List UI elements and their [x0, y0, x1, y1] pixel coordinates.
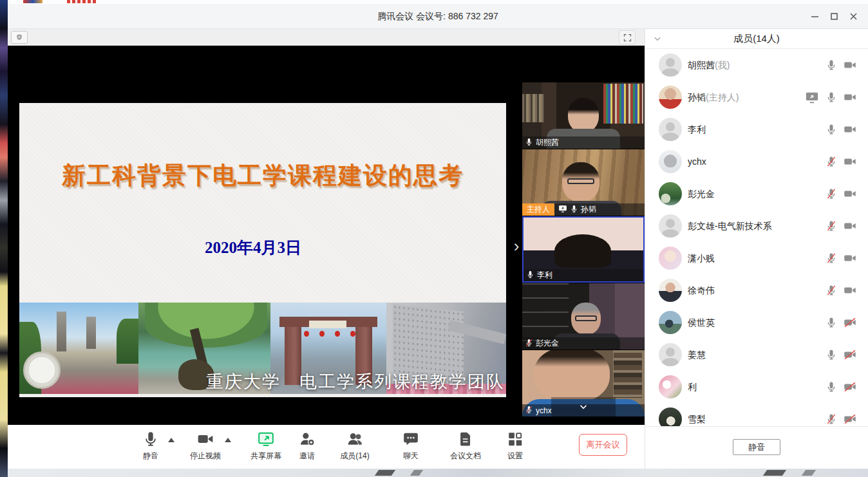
avatar — [659, 86, 682, 109]
camera-on-icon — [844, 155, 856, 168]
camera-off-icon — [844, 413, 856, 426]
mic-muted-icon — [525, 339, 533, 349]
member-name: 李利 — [688, 113, 706, 145]
desktop-icon-fragment — [23, 0, 42, 3]
meeting-title: 腾讯会议 会议号: 886 732 297 — [8, 4, 868, 29]
mute-all-button[interactable]: 静音 — [733, 439, 780, 455]
member-name: 彭文雄-电气新技术系 — [688, 210, 772, 242]
member-row[interactable]: 胡熙茜(我) — [645, 49, 868, 81]
member-row[interactable]: 彭文雄-电气新技术系 — [645, 210, 868, 242]
member-row[interactable]: 雪梨 — [645, 403, 868, 426]
toolbar-button-mute[interactable]: 静音 — [142, 430, 159, 462]
mic-options-caret[interactable] — [168, 438, 175, 442]
avatar — [659, 247, 682, 270]
toolbar-button-chat[interactable]: 聊天 — [402, 430, 419, 462]
video-tile[interactable]: ychx — [522, 350, 645, 416]
camera-off-icon — [844, 348, 856, 361]
avatar — [659, 214, 682, 238]
shield-icon[interactable] — [11, 31, 28, 44]
title-bar[interactable]: 腾讯会议 会议号: 886 732 297 — [8, 4, 868, 29]
avatar — [659, 407, 682, 426]
campus-photo-monument — [19, 303, 138, 394]
toolbar-button-members[interactable]: 成员(14) — [340, 430, 369, 462]
fullscreen-icon[interactable] — [619, 30, 636, 44]
video-panel-collapse-arrow[interactable]: › — [509, 235, 524, 257]
member-status-icons — [826, 371, 856, 403]
toolbar-button-label: 设置 — [507, 451, 523, 462]
video-tile[interactable]: 胡熙茜 — [522, 82, 645, 149]
maximize-button[interactable] — [824, 7, 844, 26]
minimize-button[interactable] — [805, 7, 824, 26]
video-tile[interactable]: 主持人 孙韬 — [522, 149, 645, 216]
glasses — [575, 315, 597, 321]
member-name: 徐奇伟 — [688, 274, 715, 306]
mic-on-icon — [826, 381, 837, 393]
member-row[interactable]: 李利 — [645, 113, 868, 145]
members-footer: 静音 — [645, 426, 868, 469]
collapse-videos-chevron[interactable] — [551, 397, 616, 416]
video-tile-selected[interactable]: 李利 — [522, 216, 645, 283]
stage-toolbar — [8, 29, 645, 46]
participant-name: ychx — [536, 406, 552, 415]
member-status-icons — [826, 242, 856, 274]
camera-options-caret[interactable] — [225, 438, 231, 442]
avatar — [659, 343, 682, 366]
slide-date: 2020年4月3日 — [19, 237, 487, 258]
participant-name: 孙韬 — [581, 204, 596, 215]
video-name-bar: 胡熙茜 — [522, 136, 645, 149]
member-row[interactable]: 姜慧 — [645, 339, 868, 371]
screen-sharing-icon — [805, 90, 819, 104]
mic-muted-icon — [826, 413, 837, 425]
camera-on-icon — [844, 59, 856, 71]
members-header: 成员(14人) — [645, 29, 868, 49]
close-button[interactable] — [844, 7, 863, 26]
member-row[interactable]: ychx — [645, 145, 868, 178]
share-screen-icon — [258, 430, 274, 448]
toolbar-button-invite[interactable]: 邀请 — [299, 430, 316, 462]
mic-muted-icon — [826, 188, 837, 200]
toolbar-button-share-screen[interactable]: 共享屏幕 — [250, 430, 281, 462]
invite-icon — [299, 430, 316, 448]
member-status-icons — [826, 274, 856, 306]
member-row[interactable]: 孙韬(主持人) — [645, 81, 868, 113]
members-list: 胡熙茜(我) 孙韬(主持人) 李利 ychx — [645, 49, 868, 426]
members-count-title: 成员(14人) — [645, 29, 868, 48]
chat-icon — [402, 430, 419, 448]
toolbar-button-docs[interactable]: 会议文档 — [450, 430, 481, 462]
member-name: 孙韬(主持人) — [688, 81, 739, 113]
video-tile[interactable]: 彭光金 — [522, 283, 645, 350]
camera-on-icon — [844, 252, 856, 265]
toolbar-button-label: 邀请 — [299, 451, 315, 462]
toolbar-button-label: 会议文档 — [450, 451, 481, 462]
camera-icon — [197, 430, 214, 448]
member-status-icons — [826, 210, 856, 242]
member-row[interactable]: 侯世英 — [645, 306, 868, 339]
member-name: 雪梨 — [688, 403, 706, 426]
member-row[interactable]: 利 — [645, 371, 868, 403]
person-silhouette — [554, 234, 611, 268]
member-row[interactable]: 潇小贱 — [645, 242, 868, 274]
member-name: 利 — [688, 371, 697, 403]
member-status-icons — [826, 49, 856, 81]
member-name: 侯世英 — [688, 306, 715, 339]
member-row[interactable]: 彭光金 — [645, 178, 868, 210]
mic-on-icon — [826, 124, 837, 135]
person-silhouette — [568, 98, 599, 133]
participant-name: 胡熙茜 — [536, 137, 559, 148]
toolbar-button-stop-video[interactable]: 停止视频 — [190, 430, 221, 462]
mic-on-icon — [526, 270, 534, 281]
member-status-icons — [826, 403, 856, 426]
mic-icon — [142, 430, 159, 448]
member-status-icons — [826, 113, 856, 145]
meeting-toolbar: 静音 停止视频 共享屏幕 邀请 成员(14) 聊天 会议文档 设置 — [8, 425, 645, 469]
presentation-slide: 新工科背景下电工学课程建设的思考 2020年4月3日 — [19, 103, 506, 397]
toolbar-button-settings[interactable]: 设置 — [507, 430, 524, 462]
mic-on-icon — [525, 138, 533, 148]
member-name: 潇小贱 — [688, 242, 715, 274]
video-name-bar: 彭光金 — [522, 337, 645, 350]
window-controls — [805, 4, 863, 29]
leave-meeting-button[interactable]: 离开会议 — [579, 434, 627, 456]
member-row[interactable]: 徐奇伟 — [645, 274, 868, 306]
avatar — [659, 375, 682, 398]
avatar — [659, 150, 682, 173]
